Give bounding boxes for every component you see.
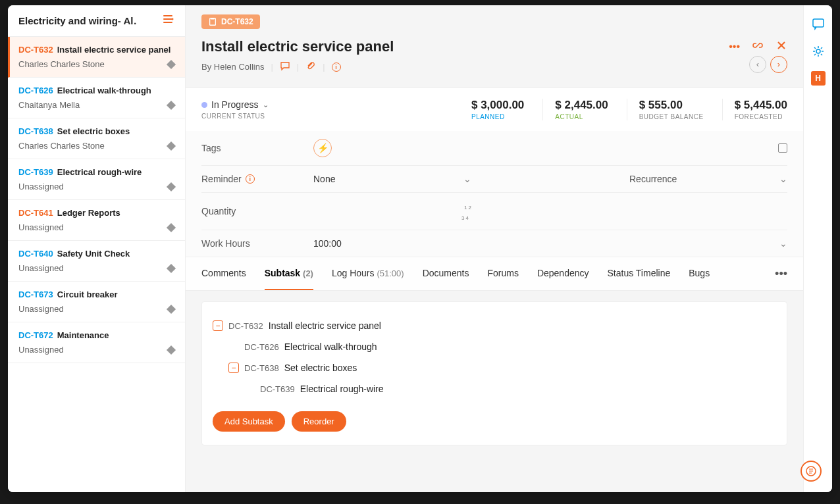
prev-button[interactable]: ‹ xyxy=(749,56,766,73)
task-name: Maintenance xyxy=(57,330,109,340)
quantity-grid-icon[interactable]: 1 23 4 xyxy=(461,205,471,221)
reminder-dropdown[interactable]: None⌄ xyxy=(313,174,471,184)
sidebar-title-text: Electricity and wiring- Al… xyxy=(18,15,137,26)
balance-label: BUDGET BALANCE xyxy=(639,113,704,120)
subtask-row[interactable]: −DC-T632Install electric service panel xyxy=(213,315,776,336)
tab-subtask[interactable]: Subtask (2) xyxy=(265,257,313,290)
copy-icon[interactable] xyxy=(778,143,787,153)
sidebar: Electricity and wiring- Al… ⌄ DC-T632Ins… xyxy=(8,5,186,492)
collapse-sidebar-icon[interactable] xyxy=(163,13,174,28)
status-bar: In Progress ⌄ CURRENT STATUS $ 3,000.00 … xyxy=(186,88,803,131)
main-panel: DC-T632 Install electric service panel •… xyxy=(186,5,803,492)
task-id: DC-T640 xyxy=(18,249,53,259)
subtask-name: Set electric boxes xyxy=(284,363,357,373)
priority-icon xyxy=(167,222,176,232)
status-dropdown[interactable]: In Progress ⌄ xyxy=(201,99,269,110)
task-assignee: Chaitanya Mella xyxy=(18,100,80,110)
tab-bugs[interactable]: Bugs xyxy=(689,257,710,290)
chevron-down-icon: ⌄ xyxy=(779,174,787,184)
task-id: DC-T673 xyxy=(18,290,53,299)
tabs-more-icon[interactable]: ••• xyxy=(775,267,787,281)
chat-icon[interactable] xyxy=(280,61,290,73)
subtask-panel: −DC-T632Install electric service panelDC… xyxy=(201,301,787,445)
status-text: In Progress xyxy=(211,99,259,110)
collapse-icon[interactable]: − xyxy=(228,363,239,373)
fab-button[interactable] xyxy=(801,461,822,482)
collapse-icon[interactable]: − xyxy=(213,320,223,331)
task-name: Circuit breaker xyxy=(57,290,118,299)
task-assignee: Unassigned xyxy=(18,345,64,355)
settings-icon[interactable] xyxy=(810,43,826,59)
reminder-value: None xyxy=(313,174,335,184)
chevron-down-icon[interactable]: ⌄ xyxy=(779,238,787,249)
clipboard-icon xyxy=(208,17,217,26)
task-item[interactable]: DC-T639Electrical rough-wireUnassigned xyxy=(8,159,185,200)
subtask-row[interactable]: DC-T639Electrical rough-wire xyxy=(213,378,776,399)
tab-forums[interactable]: Forums xyxy=(487,257,518,290)
task-item[interactable]: DC-T640Safety Unit CheckUnassigned xyxy=(8,241,185,282)
tabs: Comments Subtask (2) Log Hours (51:00) D… xyxy=(186,257,803,291)
tab-timeline[interactable]: Status Timeline xyxy=(608,257,671,290)
task-assignee: Unassigned xyxy=(18,304,64,314)
planned-label: PLANNED xyxy=(471,113,524,120)
task-id: DC-T672 xyxy=(18,330,53,340)
task-name: Electrical rough-wire xyxy=(57,167,142,177)
task-item[interactable]: DC-T641Ledger ReportsUnassigned xyxy=(8,200,185,241)
reorder-button[interactable]: Reorder xyxy=(292,411,346,432)
task-assignee: Unassigned xyxy=(18,182,64,191)
task-id: DC-T638 xyxy=(18,126,53,136)
priority-icon xyxy=(167,182,176,191)
tab-comments[interactable]: Comments xyxy=(201,257,246,290)
task-item[interactable]: DC-T673Circuit breakerUnassigned xyxy=(8,282,185,322)
actual-value: $ 2,445.00 xyxy=(555,99,608,112)
attachment-icon[interactable] xyxy=(305,61,316,73)
info-icon[interactable]: i xyxy=(332,63,341,72)
link-icon[interactable] xyxy=(752,39,764,54)
reminder-label: Reminder xyxy=(201,174,242,184)
close-icon[interactable] xyxy=(775,39,787,54)
author-row: By Helen Collins | | | i xyxy=(201,61,341,73)
task-item[interactable]: DC-T672MaintenanceUnassigned xyxy=(8,322,185,363)
task-item[interactable]: DC-T632Install electric service panelCha… xyxy=(8,37,185,78)
next-button[interactable]: › xyxy=(770,56,787,73)
tab-loghours[interactable]: Log Hours (51:00) xyxy=(332,257,404,290)
tab-documents[interactable]: Documents xyxy=(423,257,469,290)
sidebar-header: Electricity and wiring- Al… ⌄ xyxy=(8,5,185,37)
task-assignee: Charles Charles Stone xyxy=(18,141,105,151)
task-name: Electrical walk-through xyxy=(57,86,151,95)
add-tag-icon[interactable]: ⚡ xyxy=(313,139,332,157)
task-name: Set electric boxes xyxy=(57,126,130,136)
subtask-name: Electrical rough-wire xyxy=(300,384,384,394)
subtask-id: DC-T638 xyxy=(244,363,279,373)
help-badge[interactable]: H xyxy=(811,71,826,86)
forecast-block: $ 5,445.00 FORECASTED xyxy=(722,99,787,120)
forecast-label: FORECASTED xyxy=(735,113,787,120)
recurrence-dropdown[interactable]: Recurrence⌄ xyxy=(629,174,787,184)
add-subtask-button[interactable]: Add Subtask xyxy=(213,411,285,432)
chat-panel-icon[interactable] xyxy=(810,16,826,32)
page-title: Install electric service panel xyxy=(201,38,394,55)
more-icon[interactable]: ••• xyxy=(729,41,740,53)
tab-dependency[interactable]: Dependency xyxy=(537,257,589,290)
task-item[interactable]: DC-T638Set electric boxesCharles Charles… xyxy=(8,118,185,159)
svg-point-4 xyxy=(816,49,820,53)
task-name: Install electric service panel xyxy=(57,45,171,55)
svg-rect-3 xyxy=(813,19,824,27)
author-prefix: By xyxy=(201,62,214,72)
svg-rect-1 xyxy=(211,18,214,20)
info-icon[interactable]: i xyxy=(246,174,255,184)
subtask-row[interactable]: −DC-T638Set electric boxes xyxy=(213,357,776,378)
right-rail: H xyxy=(803,5,832,492)
task-id: DC-T641 xyxy=(18,208,53,218)
task-item[interactable]: DC-T626Electrical walk-throughChaitanya … xyxy=(8,78,185,118)
task-assignee: Charles Charles Stone xyxy=(18,59,105,69)
chevron-down-icon: ⌄ xyxy=(463,174,471,184)
forecast-value: $ 5,445.00 xyxy=(735,99,787,112)
priority-icon xyxy=(167,304,176,313)
priority-icon xyxy=(167,141,176,150)
subtask-id: DC-T632 xyxy=(228,321,263,331)
task-id-badge[interactable]: DC-T632 xyxy=(201,14,260,29)
sidebar-dropdown[interactable]: Electricity and wiring- Al… ⌄ xyxy=(18,15,137,26)
task-id: DC-T632 xyxy=(18,45,53,55)
subtask-row[interactable]: DC-T626Electrical walk-through xyxy=(213,336,776,357)
